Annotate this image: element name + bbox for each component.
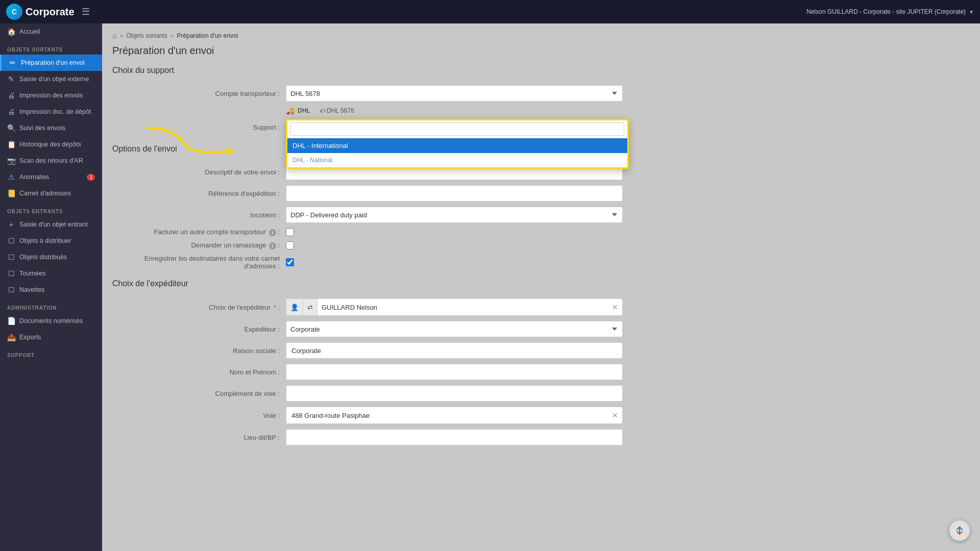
- sidebar-item-impression-envois[interactable]: 🖨 Impression des envois: [0, 87, 102, 104]
- ramassage-checkbox[interactable]: [286, 241, 294, 249]
- section-expediteur-title: Choix de l'expéditeur: [112, 279, 970, 291]
- nom-prenom-input[interactable]: [286, 364, 623, 380]
- brand-logo[interactable]: C Corporate: [6, 4, 75, 20]
- search-icon: 🔍: [7, 124, 15, 132]
- calendar-icon: 📋: [7, 140, 15, 148]
- expediteur-person-icon-btn[interactable]: 👤: [286, 299, 303, 315]
- breadcrumb-sep1: »: [119, 32, 123, 39]
- choix-expediteur-row: Choix de l'expéditeur * : 👤 ⇄ ✕: [112, 298, 970, 316]
- compte-transporteur-select[interactable]: DHL 5678: [286, 85, 623, 102]
- anomalies-badge: 1: [87, 174, 95, 181]
- scan-icon: 📷: [7, 157, 15, 165]
- dropdown-search-container: [287, 120, 627, 138]
- lieu-dit-row: Lieu-dit/BP :: [112, 429, 970, 445]
- reference-input[interactable]: [286, 185, 623, 202]
- sidebar-item-navettes[interactable]: ☐ Navettes: [0, 282, 102, 298]
- compte-transporteur-wrapper: DHL 5678: [286, 85, 623, 102]
- sidebar-item-scan-label: Scan des retours d'AR: [19, 157, 83, 164]
- page-title: Préparation d'un envoi: [112, 45, 970, 57]
- compte-transporteur-label: Compte transporteur :: [112, 90, 286, 97]
- sidebar-item-saisie-entrant[interactable]: + Saisie d'un objet entrant: [0, 216, 102, 233]
- dropdown-option-national[interactable]: DHL - National: [287, 153, 627, 167]
- incoterm-select[interactable]: DDP - Delivered duty paid: [286, 207, 623, 223]
- sidebar: 🏠 Accueil OBJETS SORTANTS ✏ Préparation …: [0, 23, 102, 551]
- sidebar-item-saisie-externe[interactable]: ✎ Saisie d'un objet externe: [0, 71, 102, 87]
- support-row: Support : DHL - International DHL - Nati…: [112, 119, 970, 135]
- facturer-checkbox[interactable]: [286, 228, 294, 236]
- sidebar-item-objets-distribuer[interactable]: ☐ Objets à distribuer: [0, 233, 102, 249]
- sidebar-item-suivi[interactable]: 🔍 Suivi des envois: [0, 120, 102, 136]
- sidebar-item-impression-depot-label: Impression doc. de dépôt: [19, 108, 91, 115]
- voie-row: Voie : ✕: [112, 407, 970, 424]
- voie-clear-btn[interactable]: ✕: [608, 407, 622, 423]
- sidebar-item-suivi-label: Suivi des envois: [19, 124, 65, 132]
- expediteur-select-wrapper: Corporate: [286, 321, 623, 337]
- sidebar-item-tournees[interactable]: ☐ Tournées: [0, 265, 102, 282]
- voie-input[interactable]: [286, 407, 608, 423]
- pencil-icon: ✏: [9, 59, 17, 67]
- lieu-dit-input[interactable]: [286, 429, 623, 445]
- raison-sociale-input[interactable]: [286, 342, 623, 359]
- main-content: ⌂ » Objets sortants » Préparation d'un e…: [102, 23, 980, 551]
- dropdown-search-input[interactable]: [290, 122, 624, 136]
- expediteur-clear-btn[interactable]: ✕: [608, 299, 622, 315]
- support-dropdown-overlay: DHL - International DHL - National: [286, 119, 629, 169]
- shuttle-icon: ☐: [7, 286, 15, 294]
- sidebar-item-objets-distribues-label: Objets distribués: [19, 254, 67, 261]
- truck-icon: 🚚: [286, 107, 295, 115]
- section-support-title: Choix du support: [112, 66, 970, 78]
- expediteur-select-label: Expéditeur :: [112, 325, 286, 333]
- choix-expediteur-label: Choix de l'expéditeur * :: [112, 304, 286, 311]
- sidebar-item-exports[interactable]: 📤 Exports: [0, 329, 102, 345]
- scroll-fab[interactable]: [949, 520, 970, 541]
- complement-input[interactable]: [286, 385, 623, 402]
- ramassage-info-icon[interactable]: i: [269, 242, 276, 249]
- incoterm-row: Incoterm : DDP - Delivered duty paid: [112, 207, 970, 223]
- logo-circle: C: [6, 4, 22, 20]
- sidebar-item-objets-distribuer-label: Objets à distribuer: [19, 237, 71, 244]
- sidebar-item-carnet-label: Carnet d'adresses: [19, 190, 71, 197]
- sidebar-item-anomalies-label: Anomalies: [19, 173, 49, 181]
- dropdown-option-international[interactable]: DHL - International: [287, 138, 627, 153]
- print2-icon: 🖨: [7, 108, 15, 116]
- sidebar-item-historique[interactable]: 📋 Historique des dépôts: [0, 136, 102, 153]
- complement-row: Complément de voie :: [112, 385, 970, 402]
- sidebar-item-carnet[interactable]: 📒 Carnet d'adresses: [0, 185, 102, 202]
- dhl-label: DHL: [298, 107, 310, 114]
- route-icon: ☐: [7, 269, 15, 278]
- raison-sociale-label: Raison sociale :: [112, 347, 286, 355]
- ramassage-label: Demander un ramassage i :: [112, 241, 286, 249]
- incoterm-label: Incoterm :: [112, 211, 286, 219]
- incoterm-wrapper: DDP - Delivered duty paid: [286, 207, 623, 223]
- sidebar-item-accueil-label: Accueil: [19, 28, 40, 35]
- sidebar-item-impression-envois-label: Impression des envois: [19, 92, 83, 99]
- hamburger-icon[interactable]: ☰: [82, 6, 90, 17]
- facturer-info-icon[interactable]: i: [269, 229, 276, 236]
- breadcrumb-home-icon[interactable]: ⌂: [112, 32, 116, 40]
- sidebar-item-anomalies[interactable]: ⚠ Anomalies 1: [0, 169, 102, 185]
- sidebar-item-documents[interactable]: 📄 Documents numérisés: [0, 313, 102, 329]
- lieu-dit-label: Lieu-dit/BP :: [112, 434, 286, 441]
- tag-icon: 🏷: [320, 108, 325, 114]
- enregistrer-checkbox[interactable]: [286, 258, 294, 266]
- facturer-row: Facturer un autre compte transporteur i …: [112, 228, 970, 236]
- sidebar-item-scan[interactable]: 📷 Scan des retours d'AR: [0, 153, 102, 169]
- document-icon: 📄: [7, 317, 15, 325]
- expediteur-input[interactable]: [317, 304, 608, 311]
- expediteur-select[interactable]: Corporate: [286, 321, 623, 337]
- sidebar-item-preparation[interactable]: ✏ Préparation d'un envoi: [0, 55, 102, 71]
- dhl-hint: 🚚 DHL 🏷 DHL 5678: [286, 107, 970, 115]
- breadcrumb-objets-sortants[interactable]: Objets sortants: [126, 32, 167, 39]
- user-info[interactable]: Nelson GUILLARD - Corporate - site JUPIT…: [806, 8, 974, 15]
- nom-prenom-row: Nom et Prénom :: [112, 364, 970, 380]
- sidebar-item-accueil[interactable]: 🏠 Accueil: [0, 23, 102, 40]
- book-icon: 📒: [7, 189, 15, 197]
- sidebar-item-objets-distribues[interactable]: ☐ Objets distribués: [0, 249, 102, 265]
- descriptif-label: Descriptif de votre envoi :: [112, 168, 286, 176]
- breadcrumb-current: Préparation d'un envoi: [177, 32, 238, 39]
- sidebar-section-admin: ADMINISTRATION: [0, 298, 102, 313]
- expediteur-transfer-icon-btn[interactable]: ⇄: [303, 299, 317, 315]
- expediteur-input-wrapper: 👤 ⇄ ✕: [286, 298, 623, 316]
- export-icon: 📤: [7, 333, 15, 341]
- sidebar-item-impression-depot[interactable]: 🖨 Impression doc. de dépôt: [0, 104, 102, 120]
